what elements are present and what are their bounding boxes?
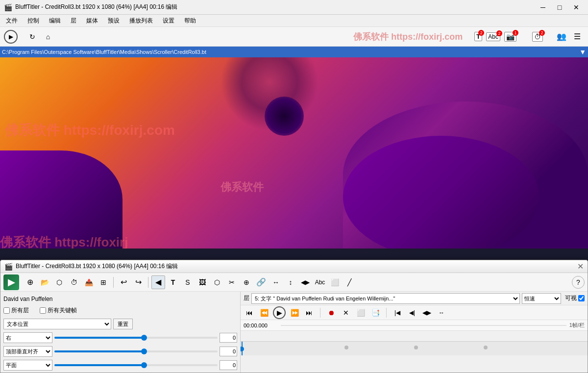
path-dropdown-arrow[interactable]: ▼ — [579, 48, 586, 56]
maximize-button[interactable]: □ — [552, 1, 567, 13]
all-layers-checkbox[interactable]: 所有层 — [3, 306, 29, 315]
timeline-track[interactable] — [241, 342, 588, 355]
panel-toolbar-right: ? — [572, 276, 585, 289]
align-y-dropdown[interactable]: 顶部垂直对齐 — [3, 346, 52, 357]
text-tool-btn[interactable]: T 2 — [474, 32, 482, 41]
expand-btn[interactable]: ◀▶ — [421, 307, 433, 319]
transport-bar: ⏮ ⏪ ▶ ⏩ ⏭ ⏺ ✕ ⬜ 📑 |◀ ◀| ◀▶ ↔ — [241, 305, 588, 320]
expand2-tool[interactable]: ⬜ — [328, 275, 342, 289]
add-circle-btn[interactable]: ⊕ — [23, 275, 37, 289]
style-tool[interactable]: S — [181, 275, 195, 289]
menu-file[interactable]: 文件 — [2, 16, 22, 26]
play-transport-btn[interactable]: ▶ — [273, 306, 286, 319]
slider-track-2[interactable] — [54, 350, 218, 352]
cut-tool[interactable]: ✂ — [225, 275, 239, 289]
group-icon: 👥 — [557, 32, 566, 41]
timer-btn[interactable]: ⏱ — [67, 275, 81, 289]
title-controls: ─ □ ✕ — [535, 1, 584, 13]
home-button[interactable]: ⌂ — [41, 30, 55, 44]
export-btn[interactable]: 📤 — [82, 275, 96, 289]
timer-tool-btn[interactable]: ⏱ 2 — [532, 32, 543, 42]
step-fwd-btn[interactable]: ⏩ — [289, 307, 300, 319]
panel-close-button[interactable]: ✕ — [577, 262, 584, 271]
menu-icon-btn[interactable]: ☰ — [570, 30, 584, 44]
camera-tool-btn[interactable]: 📷 1 — [504, 32, 516, 42]
menu-preset[interactable]: 预设 — [104, 16, 123, 26]
link-tool[interactable]: 🔗 — [254, 275, 268, 289]
transport-sep1 — [320, 308, 320, 318]
visible-checkbox[interactable]: 可视 — [565, 294, 585, 302]
plus-tool[interactable]: ⊕ — [240, 275, 253, 289]
help-btn[interactable]: ? — [572, 276, 585, 289]
go-start-btn[interactable]: |◀ — [392, 307, 403, 319]
visible-input[interactable] — [578, 295, 585, 301]
grid-btn[interactable]: ⊞ — [97, 275, 110, 289]
all-keyframes-checkbox[interactable]: 所有关键帧 — [40, 306, 77, 315]
separator2 — [148, 277, 148, 288]
all-keyframes-input[interactable] — [40, 307, 46, 314]
image-tool[interactable]: 🖼 — [196, 275, 209, 289]
minimize-button[interactable]: ─ — [535, 1, 551, 13]
skip-start-btn[interactable]: ⏮ — [244, 307, 255, 319]
slider-track-3[interactable] — [54, 364, 218, 366]
text-tool[interactable]: T — [166, 275, 180, 289]
group-icon-btn[interactable]: 👥 — [555, 30, 568, 44]
shape-tool[interactable]: ⬡ — [210, 275, 224, 289]
slider-thumb-1[interactable] — [141, 335, 147, 341]
abc-badge: 2 — [496, 30, 502, 36]
progress-bar[interactable] — [281, 325, 566, 326]
abc-tool-btn[interactable]: Abc 2 — [486, 32, 500, 41]
menu-media[interactable]: 媒体 — [82, 16, 102, 26]
all-layers-input[interactable] — [3, 307, 10, 314]
spread-btn[interactable]: ↔ — [436, 307, 447, 319]
slider-fill-2 — [54, 350, 144, 352]
slider-thumb-2[interactable] — [141, 348, 147, 354]
menu-settings[interactable]: 设置 — [159, 16, 178, 26]
abc-tool[interactable]: Abc — [313, 275, 327, 289]
open-btn[interactable]: 📂 — [38, 275, 51, 289]
plane-dropdown[interactable]: 平面 — [3, 360, 52, 371]
record-btn[interactable]: ⏺ — [325, 307, 337, 319]
menu-edit[interactable]: 编辑 — [45, 16, 65, 26]
skip-end-btn[interactable]: ⏭ — [303, 307, 315, 319]
menu-playlist[interactable]: 播放列表 — [125, 16, 157, 26]
play-button[interactable]: ▶ — [4, 30, 18, 44]
undo-btn[interactable]: ↩ — [117, 275, 130, 289]
close-button[interactable]: ✕ — [568, 1, 584, 13]
mirror-h-tool[interactable]: ↔ — [269, 275, 283, 289]
diagonal-tool[interactable]: ╱ — [343, 275, 356, 289]
layer-select[interactable]: 5: 文字 " David van Puffelen Rudi van Enge… — [251, 293, 520, 304]
bg-blob3 — [0, 150, 122, 249]
text-badge: 2 — [478, 30, 484, 36]
property-dropdown[interactable]: 文本位置 — [3, 319, 111, 329]
layer-bar: 层 5: 文字 " David van Puffelen Rudi van En… — [241, 292, 588, 305]
slider-value-2[interactable] — [220, 347, 237, 356]
main-toolbar: ▶ ↻ ⌂ 佛系软件 https://foxirj.com T 2 Abc 2 … — [0, 27, 588, 47]
timeline-area[interactable] — [241, 331, 588, 355]
loop-btn[interactable]: ⬜ — [355, 307, 367, 319]
step-back-btn[interactable]: ⏪ — [258, 307, 270, 319]
menu-help[interactable]: 帮助 — [180, 16, 200, 26]
mirror-v-tool[interactable]: ↕ — [284, 275, 297, 289]
slider-value-3[interactable] — [220, 360, 237, 370]
redo-btn[interactable]: ↪ — [131, 275, 145, 289]
bookmark-btn[interactable]: 📑 — [369, 307, 381, 319]
slider-thumb-3[interactable] — [141, 362, 147, 368]
speed-select[interactable]: 恒速 — [522, 293, 561, 304]
canvas-area: 佛系软件 https://foxirj.com 佛系软件 佛系软件 https:… — [0, 57, 588, 249]
menu-layer[interactable]: 层 — [67, 16, 80, 26]
main-window: 🎬 BluffTitler - CreditRoll3.bt 1920 x 10… — [0, 0, 588, 373]
checkboxes-row: 所有层 所有关键帧 — [3, 306, 237, 315]
align-x-dropdown[interactable]: 右 — [3, 332, 52, 343]
slider-track-1[interactable] — [54, 337, 218, 339]
slider-value-1[interactable] — [220, 333, 237, 343]
expand-l-tool[interactable]: ◀▶ — [298, 275, 312, 289]
reset-button[interactable]: 重置 — [113, 319, 133, 329]
timer-badge: 2 — [539, 30, 545, 36]
refresh-button[interactable]: ↻ — [25, 30, 39, 44]
resize-btn[interactable]: ⬡ — [52, 275, 66, 289]
stop-btn[interactable]: ✕ — [340, 307, 352, 319]
cursor-btn[interactable]: ◀ — [151, 275, 165, 289]
menu-control[interactable]: 控制 — [24, 16, 43, 26]
step-left-btn[interactable]: ◀| — [406, 307, 418, 319]
